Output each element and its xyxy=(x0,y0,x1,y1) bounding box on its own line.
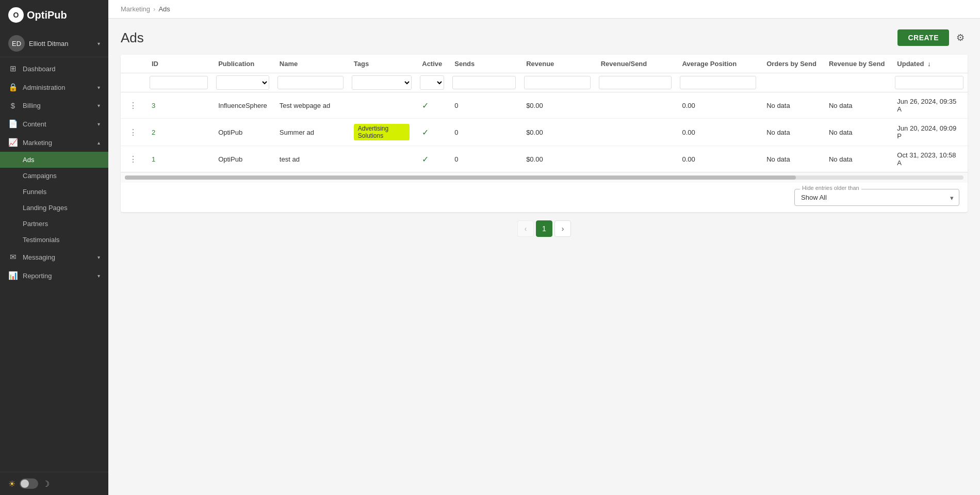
sidebar-item-ads[interactable]: Ads xyxy=(0,152,108,168)
sidebar-item-label: Messaging xyxy=(23,253,55,261)
funnels-label: Funnels xyxy=(23,188,46,196)
tag-badge[interactable]: Advertising Solutions xyxy=(354,124,410,140)
col-tags[interactable]: Tags xyxy=(348,55,416,73)
sidebar-item-dashboard[interactable]: ⊞ Dashboard xyxy=(0,59,108,78)
sidebar-item-content[interactable]: 📄 Content ▾ xyxy=(0,115,108,133)
row-sends-cell: 0 xyxy=(448,146,520,172)
administration-icon: 🔒 xyxy=(8,83,18,92)
table-header-row: ID Publication Name Tags xyxy=(121,55,968,73)
col-revenue[interactable]: Revenue xyxy=(520,55,595,73)
row-id-cell: 3 xyxy=(145,92,212,119)
horizontal-scrollbar[interactable] xyxy=(121,172,968,183)
col-revenue-by-send[interactable]: Revenue by Send xyxy=(823,55,891,73)
messaging-chevron-icon: ▾ xyxy=(97,254,100,260)
hide-entries-select[interactable]: Show All 1 week 1 month 3 months 6 month… xyxy=(801,189,953,205)
filter-revenue-cell xyxy=(520,73,595,92)
row-menu-button[interactable]: ⋮ xyxy=(127,153,139,165)
sidebar-item-marketing[interactable]: 📈 Marketing ▴ xyxy=(0,133,108,152)
create-button[interactable]: CREATE xyxy=(897,29,949,46)
col-active[interactable]: Active xyxy=(416,55,448,73)
filter-publication-select[interactable] xyxy=(216,75,269,90)
row-menu-button[interactable]: ⋮ xyxy=(127,126,139,138)
scrollbar-thumb xyxy=(125,175,796,180)
filter-id-input[interactable] xyxy=(150,76,208,89)
sidebar-item-label: Marketing xyxy=(23,139,52,147)
settings-button[interactable]: ⚙ xyxy=(953,29,968,46)
sidebar-item-partners[interactable]: Partners xyxy=(0,216,108,232)
filter-revenue-send-input[interactable] xyxy=(599,76,672,89)
row-tags-cell xyxy=(348,146,416,172)
sidebar-item-reporting[interactable]: 📊 Reporting ▾ xyxy=(0,266,108,285)
reporting-icon: 📊 xyxy=(8,271,18,280)
user-name: Elliott Ditman xyxy=(29,40,93,47)
row-revenue-by-send-cell: No data xyxy=(823,92,891,119)
filter-tags-select[interactable] xyxy=(352,75,412,90)
row-revenue-send-cell xyxy=(595,119,676,146)
filter-avg-position-cell xyxy=(676,73,760,92)
filter-avg-position-input[interactable] xyxy=(680,76,756,89)
reporting-chevron-icon: ▾ xyxy=(97,273,100,279)
col-revenue-by-send-label: Revenue by Send xyxy=(829,60,885,68)
filter-sends-cell xyxy=(448,73,520,92)
filter-active-select[interactable] xyxy=(420,75,444,90)
col-publication[interactable]: Publication xyxy=(212,55,273,73)
pagination-next-button[interactable]: › xyxy=(554,220,571,237)
col-revenue-send[interactable]: Revenue/Send xyxy=(595,55,676,73)
sidebar-item-funnels[interactable]: Funnels xyxy=(0,184,108,200)
row-id-link[interactable]: 2 xyxy=(152,129,155,136)
sidebar-item-campaigns[interactable]: Campaigns xyxy=(0,168,108,184)
page-content: Ads CREATE ⚙ ID xyxy=(108,19,980,495)
row-menu-button[interactable]: ⋮ xyxy=(127,100,139,111)
sidebar-item-messaging[interactable]: ✉ Messaging ▾ xyxy=(0,248,108,266)
row-updated-cell: Oct 31, 2023, 10:58 A xyxy=(891,146,968,172)
col-orders-send[interactable]: Orders by Send xyxy=(760,55,823,73)
row-publication-cell: OptiPub xyxy=(212,119,273,146)
page-title: Ads xyxy=(121,30,144,46)
user-menu[interactable]: ED Elliott Ditman ▾ xyxy=(0,30,108,57)
filter-name-input[interactable] xyxy=(277,76,344,89)
filter-menu-cell xyxy=(121,73,145,92)
sidebar-item-label: Dashboard xyxy=(23,65,56,73)
row-revenue-send-cell xyxy=(595,92,676,119)
row-updated-cell: Jun 20, 2024, 09:09 P xyxy=(891,119,968,146)
col-name[interactable]: Name xyxy=(273,55,348,73)
table-filter-row xyxy=(121,73,968,92)
user-chevron-icon: ▾ xyxy=(97,41,100,46)
row-menu-cell: ⋮ xyxy=(121,119,145,146)
breadcrumb-parent[interactable]: Marketing xyxy=(121,5,150,13)
pagination-page-1-button[interactable]: 1 xyxy=(536,220,552,237)
row-avg-position-cell: 0.00 xyxy=(676,119,760,146)
row-revenue-by-send-cell: No data xyxy=(823,119,891,146)
filter-sends-input[interactable] xyxy=(452,76,516,89)
row-active-cell: ✓ xyxy=(416,146,448,172)
scrollbar-track xyxy=(125,175,963,180)
row-name-cell: Summer ad xyxy=(273,119,348,146)
avatar: ED xyxy=(8,35,25,52)
sidebar-item-administration[interactable]: 🔒 Administration ▾ xyxy=(0,78,108,97)
sidebar-item-landing-pages[interactable]: Landing Pages xyxy=(0,200,108,216)
col-avg-position[interactable]: Average Position xyxy=(676,55,760,73)
row-revenue-cell: $0.00 xyxy=(520,146,595,172)
col-sends[interactable]: Sends xyxy=(448,55,520,73)
row-id-link[interactable]: 1 xyxy=(152,155,155,163)
col-tags-label: Tags xyxy=(354,60,369,68)
filter-updated-input[interactable] xyxy=(895,76,963,89)
table-row: ⋮ 3 InfluenceSphere Test webpage ad ✓ 0 … xyxy=(121,92,968,119)
col-updated[interactable]: Updated ↓ xyxy=(891,55,968,73)
toggle-knob xyxy=(21,480,29,488)
filter-revenue-input[interactable] xyxy=(524,76,591,89)
row-name-cell: test ad xyxy=(273,146,348,172)
sort-arrow-icon: ↓ xyxy=(927,60,931,68)
filter-publication-cell xyxy=(212,73,273,92)
row-publication-cell: InfluenceSphere xyxy=(212,92,273,119)
pagination-prev-button[interactable]: ‹ xyxy=(517,220,534,237)
col-id[interactable]: ID xyxy=(145,55,212,73)
sidebar-item-testimonials[interactable]: Testimonials xyxy=(0,232,108,248)
ads-table-card: ID Publication Name Tags xyxy=(121,55,968,212)
filter-revenue-send-cell xyxy=(595,73,676,92)
row-id-link[interactable]: 3 xyxy=(152,102,155,109)
sidebar-item-billing[interactable]: $ Billing ▾ xyxy=(0,97,108,115)
content-icon: 📄 xyxy=(8,119,18,129)
theme-toggle-switch[interactable] xyxy=(20,478,38,489)
ads-table: ID Publication Name Tags xyxy=(121,55,968,172)
